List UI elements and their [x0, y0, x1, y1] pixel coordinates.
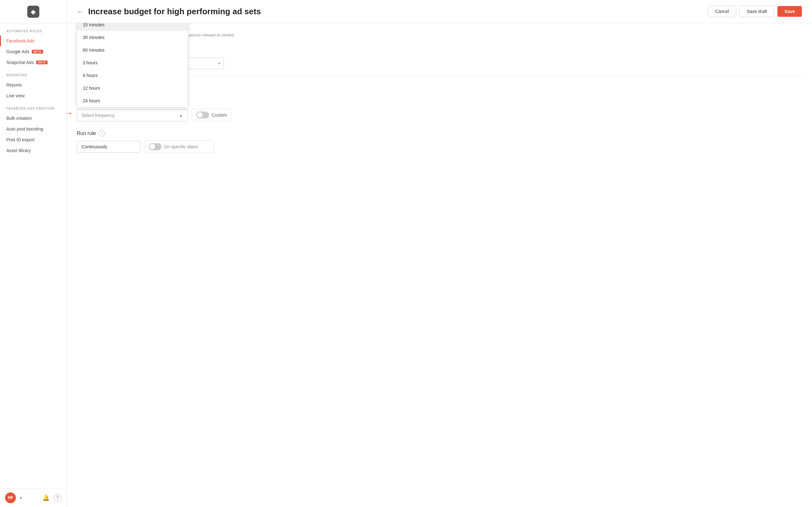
help-icon[interactable]: ? — [54, 494, 61, 502]
notifications-icon[interactable]: 🔔 — [42, 493, 50, 502]
run-rule-row: Continuously On specific dates — [77, 140, 802, 153]
chevron-up-icon: ▲ — [179, 113, 183, 118]
frequency-option-15min[interactable]: 15 minutes — [77, 23, 188, 31]
cancel-button[interactable]: Cancel — [708, 6, 737, 17]
sidebar-item-google-ads[interactable]: Google Ads beta — [0, 46, 66, 57]
frequency-section: → 15 minutes 30 minutes 60 minutes 3 hou… — [77, 109, 802, 121]
sidebar-item-post-id-export[interactable]: Post ID export — [0, 134, 66, 145]
sidebar-item-label: Asset library — [6, 148, 31, 153]
save-draft-button[interactable]: Save draft — [740, 6, 774, 17]
specific-dates-label: On specific dates — [164, 144, 198, 149]
frequency-option-30min[interactable]: 30 minutes — [77, 31, 188, 44]
fb-ads-creation-section-label: FACEBOOK ADS CREATION — [0, 101, 66, 113]
frequency-select-input[interactable]: Select frequency ▲ — [77, 109, 188, 121]
sidebar-item-facebook-ads[interactable]: Facebook Ads — [0, 36, 66, 46]
sidebar-item-auto-post-boosting[interactable]: Auto post boosting — [0, 124, 66, 134]
sidebar-item-label: Post ID export — [6, 137, 35, 142]
sidebar-item-label: Reports — [6, 82, 22, 88]
reporting-section-label: REPORTING — [0, 68, 66, 79]
custom-toggle[interactable] — [196, 112, 209, 118]
sidebar-logo: ◆ — [0, 0, 66, 24]
frequency-placeholder: Select frequency — [82, 113, 114, 118]
sidebar-item-label: Facebook Ads — [6, 38, 35, 43]
sidebar-item-snapchat-ads[interactable]: Snapchat Ads beta — [0, 57, 66, 68]
run-rule-value: Continuously — [77, 141, 140, 153]
beta-badge: beta — [36, 60, 47, 64]
sidebar-item-label: Live view — [6, 93, 25, 98]
specific-dates-toggle-switch[interactable] — [149, 143, 161, 150]
automated-rules-section-label: AUTOMATED RULES — [0, 24, 66, 36]
frequency-option-60min[interactable]: 60 minutes — [77, 44, 188, 56]
page-header: ← Increase budget for high performing ad… — [67, 0, 812, 23]
run-rule-section: Run rule i Continuously On specific date… — [77, 130, 802, 153]
sidebar-item-label: Bulk creation — [6, 116, 32, 121]
back-button[interactable]: ← — [77, 8, 83, 15]
specific-dates-toggle[interactable]: On specific dates — [144, 140, 214, 153]
sidebar-item-label: Google Ads — [6, 49, 29, 54]
sidebar-item-asset-library[interactable]: Asset library — [0, 145, 66, 156]
run-rule-header: Run rule i — [77, 130, 802, 136]
sidebar-item-reports[interactable]: Reports — [0, 79, 66, 90]
sidebar-item-bulk-creation[interactable]: Bulk creation — [0, 113, 66, 124]
frequency-option-6hr[interactable]: 6 hours — [77, 69, 188, 82]
content-area: An attribution window is the number of d… — [67, 23, 812, 507]
sidebar-item-live-view[interactable]: Live view — [0, 90, 66, 101]
arrow-icon: → — [67, 108, 73, 118]
logo-icon: ◆ — [31, 8, 36, 15]
run-rule-label: Run rule — [77, 130, 96, 136]
frequency-dropdown-menu: 15 minutes 30 minutes 60 minutes 3 hours… — [77, 23, 188, 107]
page-title: Increase budget for high performing ad s… — [88, 7, 703, 16]
header-actions: Cancel Save draft Save — [708, 6, 802, 17]
user-dropdown-arrow-icon[interactable]: ▾ — [20, 495, 22, 500]
sidebar-item-label: Snapchat Ads — [6, 60, 34, 65]
frequency-option-24hr[interactable]: 24 hours — [77, 95, 188, 107]
frequency-dropdown-container: 15 minutes 30 minutes 60 minutes 3 hours… — [77, 109, 188, 121]
beta-badge: beta — [32, 50, 43, 54]
save-button[interactable]: Save — [777, 6, 802, 17]
run-rule-info-icon[interactable]: i — [98, 130, 105, 136]
main-content: ← Increase budget for high performing ad… — [67, 0, 812, 507]
frequency-option-12hr[interactable]: 12 hours — [77, 82, 188, 95]
frequency-option-3hr[interactable]: 3 hours — [77, 56, 188, 69]
sidebar-bottom: RP ▾ 🔔 ? — [0, 488, 66, 507]
sidebar-item-label: Auto post boosting — [6, 126, 43, 131]
custom-label: Custom — [212, 112, 227, 118]
avatar[interactable]: RP — [5, 493, 16, 503]
custom-toggle-wrapper[interactable]: Custom — [192, 109, 232, 121]
app-logo: ◆ — [27, 6, 39, 18]
arrow-indicator: → — [67, 108, 73, 118]
sidebar: ◆ AUTOMATED RULES Facebook Ads Google Ad… — [0, 0, 67, 507]
